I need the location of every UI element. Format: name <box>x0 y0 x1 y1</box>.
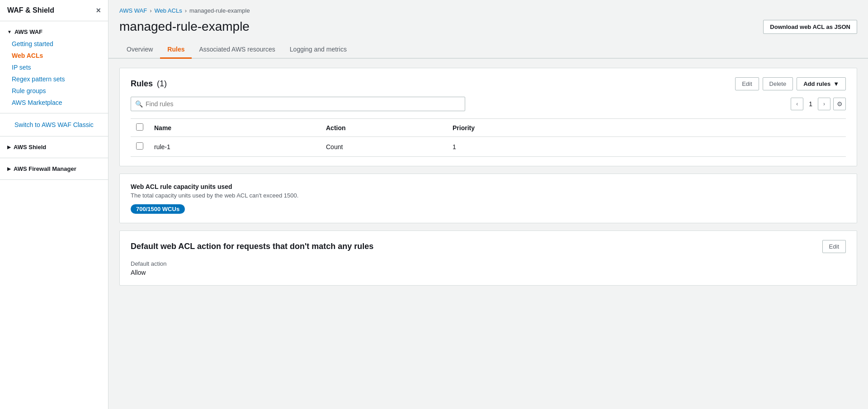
page-header: managed-rule-example Download web ACL as… <box>108 18 868 41</box>
aws-firewall-manager-arrow: ▶ <box>7 166 11 171</box>
row-checkbox-cell <box>131 137 149 157</box>
aws-shield-label: AWS Shield <box>14 144 46 150</box>
breadcrumb-current: managed-rule-example <box>189 7 250 14</box>
sidebar-item-aws-shield[interactable]: ▶ AWS Shield <box>0 141 108 153</box>
content-area: Rules (1) Edit Delete Add rules ▼ 🔍 <box>108 59 868 295</box>
breadcrumb-sep-1: › <box>150 7 151 14</box>
download-json-button[interactable]: Download web ACL as JSON <box>763 20 857 34</box>
rules-count: (1) <box>157 79 167 88</box>
search-icon: 🔍 <box>135 100 143 108</box>
row-priority-cell: 1 <box>447 137 846 157</box>
page-title: managed-rule-example <box>119 19 250 34</box>
sidebar-section-aws-waf[interactable]: ▼ AWS WAF <box>0 26 108 38</box>
sidebar-item-rule-groups[interactable]: Rule groups <box>0 85 108 97</box>
aws-waf-section: ▼ AWS WAF Getting started Web ACLs IP se… <box>0 21 108 113</box>
add-rules-button[interactable]: Add rules ▼ <box>797 77 846 90</box>
tab-logging-metrics[interactable]: Logging and metrics <box>283 41 354 59</box>
rules-card: Rules (1) Edit Delete Add rules ▼ 🔍 <box>119 68 857 166</box>
capacity-subtitle: The total capacity units used by the web… <box>131 192 846 199</box>
col-header-check <box>131 119 149 137</box>
sidebar-title: WAF & Shield <box>7 6 54 14</box>
row-name-cell: rule-1 <box>149 137 321 157</box>
pagination-controls: ‹ 1 › ⚙ <box>791 98 846 110</box>
pagination-next-button[interactable]: › <box>818 98 830 110</box>
rules-header: Rules (1) Edit Delete Add rules ▼ <box>131 77 846 90</box>
rules-actions: Edit Delete Add rules ▼ <box>735 77 846 90</box>
sidebar-header: WAF & Shield × <box>0 0 108 21</box>
col-header-priority: Priority <box>447 119 846 137</box>
search-input[interactable] <box>131 97 465 111</box>
sidebar-item-regex-pattern-sets[interactable]: Regex pattern sets <box>0 73 108 85</box>
tab-associated-resources[interactable]: Associated AWS resources <box>192 41 282 59</box>
default-acl-card: Default web ACL action for requests that… <box>119 230 857 286</box>
sidebar: WAF & Shield × ▼ AWS WAF Getting started… <box>0 0 108 409</box>
table-settings-button[interactable]: ⚙ <box>833 98 846 110</box>
default-acl-edit-button[interactable]: Edit <box>822 240 846 253</box>
sidebar-item-aws-marketplace[interactable]: AWS Marketplace <box>0 97 108 108</box>
aws-shield-section: ▶ AWS Shield <box>0 136 108 158</box>
aws-waf-label: AWS WAF <box>14 28 42 35</box>
wcu-badge: 700/1500 WCUs <box>131 204 185 214</box>
sidebar-item-web-acls[interactable]: Web ACLs <box>0 50 108 61</box>
breadcrumb: AWS WAF › Web ACLs › managed-rule-exampl… <box>108 0 868 18</box>
breadcrumb-aws-waf[interactable]: AWS WAF <box>119 7 147 14</box>
col-header-action: Action <box>321 119 447 137</box>
search-input-wrap: 🔍 <box>131 97 465 111</box>
row-checkbox[interactable] <box>136 142 143 150</box>
aws-firewall-manager-label: AWS Firewall Manager <box>14 165 76 172</box>
aws-shield-arrow: ▶ <box>7 145 11 150</box>
default-action-label: Default action <box>131 260 846 267</box>
pagination-prev-button[interactable]: ‹ <box>791 98 803 110</box>
table-row: rule-1 Count 1 <box>131 137 846 157</box>
default-action-value: Allow <box>131 269 846 276</box>
close-icon[interactable]: × <box>96 6 101 14</box>
breadcrumb-sep-2: › <box>185 7 187 14</box>
capacity-title: Web ACL rule capacity units used <box>131 183 846 190</box>
sidebar-item-getting-started[interactable]: Getting started <box>0 38 108 50</box>
tab-overview[interactable]: Overview <box>119 41 160 59</box>
switch-to-classic-link[interactable]: Switch to AWS WAF Classic <box>7 119 101 131</box>
default-acl-title: Default web ACL action for requests that… <box>131 242 373 251</box>
select-all-checkbox[interactable] <box>136 123 143 131</box>
search-container: 🔍 ‹ 1 › ⚙ <box>131 97 846 111</box>
default-acl-header: Default web ACL action for requests that… <box>131 240 846 253</box>
rules-table: Name Action Priority rule-1 Count 1 <box>131 118 846 157</box>
sidebar-item-aws-firewall-manager[interactable]: ▶ AWS Firewall Manager <box>0 163 108 175</box>
sidebar-item-ip-sets[interactable]: IP sets <box>0 61 108 73</box>
delete-button[interactable]: Delete <box>763 77 793 90</box>
edit-button[interactable]: Edit <box>735 77 759 90</box>
row-action-cell: Count <box>321 137 447 157</box>
aws-firewall-manager-section: ▶ AWS Firewall Manager <box>0 158 108 180</box>
rules-title-wrap: Rules (1) <box>131 79 167 89</box>
dropdown-arrow-icon: ▼ <box>833 80 839 87</box>
rules-title: Rules (1) <box>131 79 167 88</box>
capacity-card: Web ACL rule capacity units used The tot… <box>119 174 857 223</box>
tab-rules[interactable]: Rules <box>160 41 192 59</box>
pagination-current-page: 1 <box>806 99 815 109</box>
col-header-name: Name <box>149 119 321 137</box>
tabs-bar: Overview Rules Associated AWS resources … <box>108 41 868 59</box>
aws-waf-arrow: ▼ <box>7 29 12 34</box>
main-content: AWS WAF › Web ACLs › managed-rule-exampl… <box>108 0 868 409</box>
breadcrumb-web-acls[interactable]: Web ACLs <box>154 7 182 14</box>
